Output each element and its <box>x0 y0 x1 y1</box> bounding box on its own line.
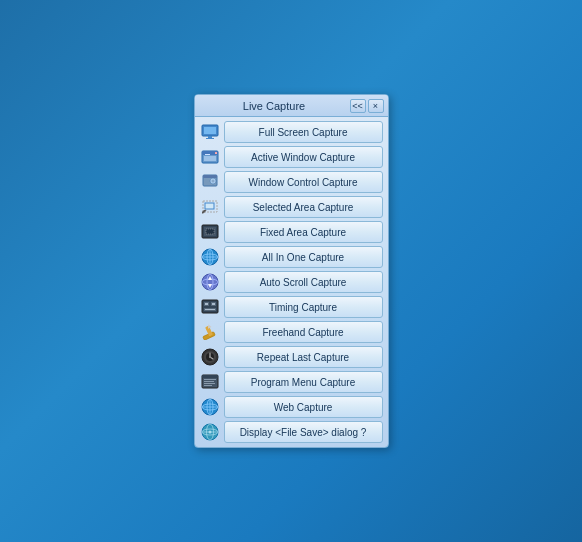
monitor-icon <box>200 122 220 142</box>
svg-rect-7 <box>205 154 210 155</box>
svg-rect-49 <box>204 385 212 386</box>
menu-item-active-window: Active Window Capture <box>200 146 383 168</box>
svg-rect-48 <box>204 383 215 384</box>
title-bar-buttons: << × <box>350 99 384 113</box>
repeat-last-capture-button[interactable]: Repeat Last Capture <box>224 346 383 368</box>
svg-rect-47 <box>204 381 214 382</box>
svg-rect-6 <box>204 156 216 161</box>
svg-rect-10 <box>203 175 217 178</box>
svg-rect-2 <box>208 136 212 138</box>
display-file-save-button[interactable]: Display <File Save> dialog ? <box>224 421 383 443</box>
freehand-capture-button[interactable]: Freehand Capture <box>224 321 383 343</box>
title-bar: Live Capture << × <box>195 95 388 117</box>
svg-point-59 <box>208 431 211 434</box>
svg-rect-34 <box>205 303 208 305</box>
menu-item-timing: Timing Capture <box>200 296 383 318</box>
freehand-icon <box>200 322 220 342</box>
menu-item-file-save: Display <File Save> dialog ? <box>200 421 383 443</box>
collapse-button[interactable]: << <box>350 99 366 113</box>
fixed-area-capture-button[interactable]: Fixed Area Capture <box>224 221 383 243</box>
menu-item-program-menu: Program Menu Capture <box>200 371 383 393</box>
svg-rect-1 <box>204 127 216 134</box>
selected-area-capture-button[interactable]: Selected Area Capture <box>224 196 383 218</box>
svg-rect-14 <box>205 203 214 209</box>
menu-item-full-screen: Full Screen Capture <box>200 121 383 143</box>
active-window-capture-button[interactable]: Active Window Capture <box>224 146 383 168</box>
svg-rect-30 <box>202 300 218 313</box>
menu-item-repeat: Repeat Last Capture <box>200 346 383 368</box>
svg-rect-46 <box>204 379 216 380</box>
selected-area-icon <box>200 197 220 217</box>
web-icon <box>200 397 220 417</box>
svg-point-12 <box>211 180 214 183</box>
live-capture-window: Live Capture << × Full Screen Capture <box>194 94 389 448</box>
program-menu-icon <box>200 372 220 392</box>
full-screen-capture-button[interactable]: Full Screen Capture <box>224 121 383 143</box>
program-menu-capture-button[interactable]: Program Menu Capture <box>224 371 383 393</box>
window-control-icon <box>200 172 220 192</box>
window-control-capture-button[interactable]: Window Control Capture <box>224 171 383 193</box>
menu-item-auto-scroll: Auto Scroll Capture <box>200 271 383 293</box>
auto-scroll-icon <box>200 272 220 292</box>
fixed-area-icon <box>200 222 220 242</box>
menu-list: Full Screen Capture Active Window Captur… <box>195 117 388 447</box>
svg-point-43 <box>209 356 211 358</box>
menu-item-freehand: Freehand Capture <box>200 321 383 343</box>
svg-rect-3 <box>206 138 214 139</box>
close-button[interactable]: × <box>368 99 384 113</box>
timing-capture-button[interactable]: Timing Capture <box>224 296 383 318</box>
all-in-one-icon <box>200 247 220 267</box>
web-capture-button[interactable]: Web Capture <box>224 396 383 418</box>
menu-item-all-in-one: All In One Capture <box>200 246 383 268</box>
svg-rect-35 <box>212 303 215 305</box>
svg-rect-45 <box>202 375 218 378</box>
menu-item-window-control: Window Control Capture <box>200 171 383 193</box>
repeat-icon <box>200 347 220 367</box>
svg-rect-19 <box>206 229 214 234</box>
file-save-icon <box>200 422 220 442</box>
all-in-one-capture-button[interactable]: All In One Capture <box>224 246 383 268</box>
window-title: Live Capture <box>199 100 350 112</box>
auto-scroll-capture-button[interactable]: Auto Scroll Capture <box>224 271 383 293</box>
svg-rect-8 <box>215 152 217 154</box>
active-window-icon <box>200 147 220 167</box>
timing-icon <box>200 297 220 317</box>
menu-item-selected-area: Selected Area Capture <box>200 196 383 218</box>
menu-item-web: Web Capture <box>200 396 383 418</box>
menu-item-fixed-area: Fixed Area Capture <box>200 221 383 243</box>
svg-rect-36 <box>205 309 215 310</box>
